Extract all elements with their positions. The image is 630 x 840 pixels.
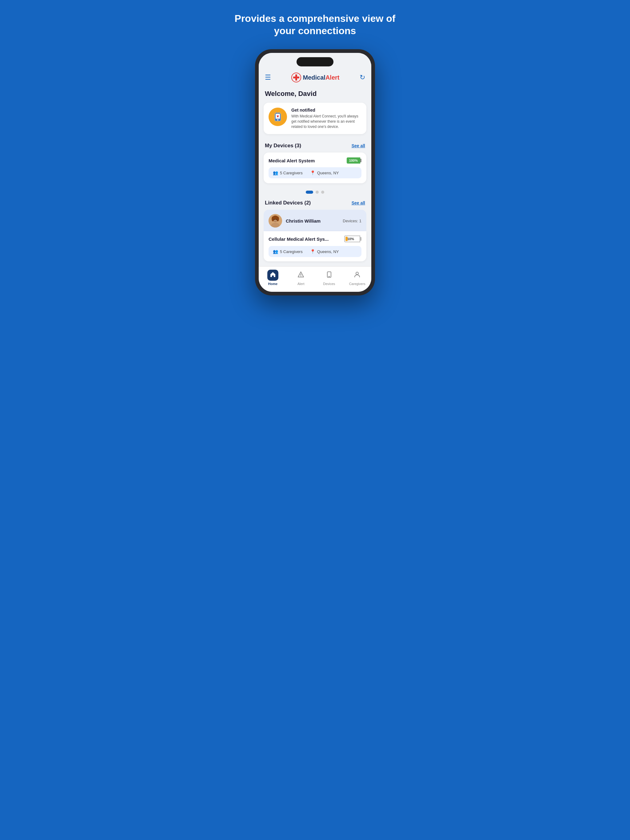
notification-body: With Medical Alert Connect, you'll alway…	[291, 114, 361, 129]
page-headline: Provides a comprehensive view of your co…	[229, 12, 401, 37]
phone-frame: ☰ MedicalAlert ↻ Welcome, David	[255, 49, 375, 295]
notification-card: Get notified With Medical Alert Connect,…	[264, 103, 366, 134]
battery-low-body: 10%	[344, 235, 360, 242]
phone-notch	[259, 53, 371, 69]
svg-rect-2	[293, 77, 299, 78]
linked-device-info-row: 👥 5 Caregivers 📍 Queens, NY	[269, 246, 361, 257]
caregivers-nav-icon	[354, 271, 361, 279]
menu-icon[interactable]: ☰	[265, 74, 271, 82]
caregivers-info: 👥 5 Caregivers	[273, 171, 303, 175]
nav-devices[interactable]: Devices	[315, 270, 343, 286]
svg-point-13	[272, 216, 274, 221]
device-name-medical-alert: Medical Alert System	[269, 158, 315, 163]
caregivers-icon: 👥	[273, 171, 278, 175]
my-devices-header: My Devices (3) See all	[259, 140, 371, 153]
nav-devices-label: Devices	[323, 282, 335, 286]
dot-2[interactable]	[316, 191, 319, 194]
linked-caregivers-label: 5 Caregivers	[280, 249, 303, 254]
person-name: Christin William	[286, 218, 343, 224]
location-label: Queens, NY	[317, 171, 339, 175]
nav-alert[interactable]: Alert	[287, 270, 315, 286]
logo-cross-icon	[291, 73, 301, 82]
linked-devices-section: Linked Devices (2) See all	[259, 196, 371, 261]
welcome-section: Welcome, David	[259, 87, 371, 103]
app-header: ☰ MedicalAlert ↻	[259, 69, 371, 87]
linked-location-icon: 📍	[310, 249, 315, 254]
person-header: Christin William Devices: 1	[269, 214, 361, 231]
battery-percent-full: 100%	[347, 158, 360, 164]
bottom-nav: Home Alert	[259, 266, 371, 292]
nav-alert-icon-wrap	[295, 270, 306, 281]
avatar-image	[269, 214, 282, 227]
nav-devices-icon-wrap	[324, 270, 335, 281]
my-devices-see-all[interactable]: See all	[351, 143, 365, 148]
nav-caregivers-label: Caregivers	[349, 282, 366, 286]
devices-icon	[326, 271, 332, 279]
dot-1[interactable]	[306, 191, 313, 194]
svg-point-21	[356, 272, 358, 275]
svg-point-14	[277, 216, 279, 221]
battery-percent-low: 10%	[346, 237, 354, 241]
linked-device-card-header: Cellular Medical Alert Sys... 10%	[269, 235, 361, 242]
nav-home-icon-wrap	[268, 270, 279, 281]
notification-content: Get notified With Medical Alert Connect,…	[291, 107, 361, 129]
notification-icon	[272, 111, 284, 123]
notification-title: Get notified	[291, 107, 361, 112]
welcome-text: Welcome, David	[265, 90, 317, 98]
nav-home[interactable]: Home	[259, 270, 287, 286]
devices-count: Devices: 1	[343, 219, 361, 223]
app-content: ☰ MedicalAlert ↻ Welcome, David	[259, 69, 371, 292]
svg-point-18	[301, 276, 301, 276]
phone-screen: ☰ MedicalAlert ↻ Welcome, David	[259, 53, 371, 292]
notification-icon-wrap	[269, 107, 287, 126]
linked-caregivers-info: 👥 5 Caregivers	[273, 249, 303, 254]
battery-indicator-low: 10%	[344, 235, 361, 242]
location-icon: 📍	[310, 171, 315, 175]
battery-tip-full	[360, 159, 361, 163]
device-card-medical-alert: Medical Alert System 100% 👥 5 Caregivers…	[264, 153, 366, 183]
nav-caregivers-icon-wrap	[351, 270, 362, 281]
alert-icon	[298, 271, 304, 279]
svg-point-5	[277, 119, 279, 120]
logo-area: MedicalAlert	[291, 73, 340, 82]
battery-indicator-full: 100%	[347, 158, 361, 164]
linked-device-card: Cellular Medical Alert Sys... 10%	[264, 231, 366, 261]
person-avatar	[269, 214, 282, 227]
linked-devices-see-all[interactable]: See all	[351, 201, 365, 205]
svg-point-16	[276, 219, 277, 220]
nav-home-label: Home	[268, 282, 277, 286]
linked-device-name: Cellular Medical Alert Sys...	[269, 237, 329, 242]
svg-point-15	[274, 219, 275, 220]
battery-tip-low	[360, 237, 361, 241]
refresh-icon[interactable]: ↻	[359, 74, 365, 82]
linked-caregivers-icon: 👥	[273, 249, 278, 254]
linked-devices-header: Linked Devices (2) See all	[259, 197, 371, 210]
linked-location-label: Queens, NY	[317, 249, 339, 254]
home-icon	[269, 271, 276, 279]
logo-medical: MedicalAlert	[303, 74, 340, 81]
my-devices-title: My Devices (3)	[265, 143, 301, 149]
dot-3[interactable]	[321, 191, 324, 194]
notch-pill	[296, 57, 334, 66]
person-card: Christin William Devices: 1	[264, 210, 366, 231]
nav-caregivers[interactable]: Caregivers	[343, 270, 372, 286]
linked-devices-title: Linked Devices (2)	[265, 200, 311, 206]
nav-alert-label: Alert	[298, 282, 304, 286]
device-card-header: Medical Alert System 100%	[269, 158, 361, 164]
caregivers-label: 5 Caregivers	[280, 171, 303, 175]
carousel-dots	[259, 187, 371, 196]
linked-location-info: 📍 Queens, NY	[310, 249, 339, 254]
location-info: 📍 Queens, NY	[310, 171, 339, 175]
device-info-row: 👥 5 Caregivers 📍 Queens, NY	[269, 167, 361, 178]
